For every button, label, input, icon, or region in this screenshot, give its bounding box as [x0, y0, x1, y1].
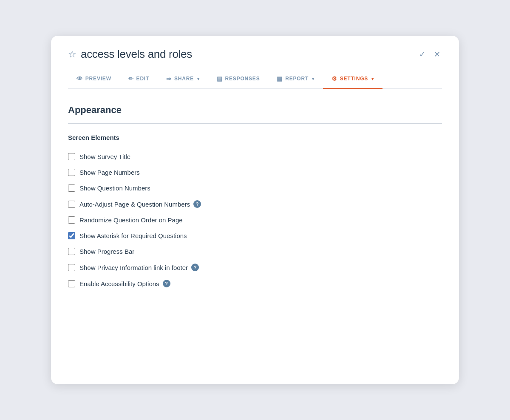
checkbox-item: Randomize Question Order on Page	[68, 212, 442, 228]
title-left: ☆ access levels and roles	[68, 48, 192, 61]
checkbox-show-asterisk[interactable]	[68, 232, 75, 239]
share-dropdown-arrow: ▾	[197, 77, 200, 81]
confirm-button[interactable]: ✓	[417, 48, 427, 61]
label-enable-accessibility[interactable]: Enable Accessibility Options?	[79, 280, 170, 287]
report-label: REPORT	[285, 76, 309, 82]
edit-icon: ✏	[128, 75, 134, 82]
checkbox-item: Show Page Numbers	[68, 165, 442, 180]
label-auto-adjust[interactable]: Auto-Adjust Page & Question Numbers?	[79, 200, 201, 208]
settings-label: SETTINGS	[340, 76, 368, 82]
tab-settings[interactable]: ⚙SETTINGS▾	[323, 69, 382, 89]
section-title: Appearance	[68, 105, 442, 116]
help-icon-show-privacy[interactable]: ?	[191, 264, 199, 271]
title-actions: ✓ ✕	[417, 48, 442, 61]
checkbox-item: Show Privacy Information link in footer?	[68, 259, 442, 275]
settings-icon: ⚙	[332, 75, 337, 82]
share-label: SHARE	[174, 76, 194, 82]
nav-tabs: 👁PREVIEW✏EDIT⇒SHARE▾▤RESPONSES▦REPORT▾⚙S…	[68, 69, 442, 89]
preview-label: PREVIEW	[85, 76, 111, 82]
preview-icon: 👁	[76, 75, 83, 82]
label-randomize-question-order[interactable]: Randomize Question Order on Page	[79, 216, 183, 224]
label-show-survey-title[interactable]: Show Survey Title	[79, 153, 130, 160]
help-icon-auto-adjust[interactable]: ?	[193, 200, 201, 208]
tab-responses[interactable]: ▤RESPONSES	[208, 69, 269, 89]
report-icon: ▦	[277, 75, 283, 82]
checkbox-item: Show Survey Title	[68, 149, 442, 165]
checkbox-enable-accessibility[interactable]	[68, 280, 75, 287]
checkbox-auto-adjust[interactable]	[68, 201, 75, 208]
share-icon: ⇒	[166, 75, 172, 82]
checkbox-show-privacy[interactable]	[68, 264, 75, 271]
tab-report[interactable]: ▦REPORT▾	[268, 69, 323, 89]
card-header: ☆ access levels and roles ✓ ✕ 👁PREVIEW✏E…	[51, 36, 459, 89]
main-card: ☆ access levels and roles ✓ ✕ 👁PREVIEW✏E…	[51, 36, 459, 384]
responses-icon: ▤	[217, 75, 223, 82]
title-row: ☆ access levels and roles ✓ ✕	[68, 48, 442, 61]
help-icon-enable-accessibility[interactable]: ?	[163, 280, 170, 287]
label-show-privacy[interactable]: Show Privacy Information link in footer?	[79, 264, 199, 271]
checkbox-randomize-question-order[interactable]	[68, 216, 75, 224]
card-body: Appearance Screen Elements Show Survey T…	[51, 89, 459, 309]
tab-preview[interactable]: 👁PREVIEW	[68, 69, 120, 89]
checkbox-item: Show Progress Bar	[68, 244, 442, 259]
checkbox-item: Show Question Numbers	[68, 180, 442, 196]
section-divider	[68, 123, 442, 124]
checkbox-item: Show Asterisk for Required Questions	[68, 228, 442, 244]
settings-dropdown-arrow: ▾	[371, 77, 374, 81]
label-show-asterisk[interactable]: Show Asterisk for Required Questions	[79, 232, 187, 239]
checkbox-show-page-numbers[interactable]	[68, 169, 75, 176]
checkbox-show-question-numbers[interactable]	[68, 184, 75, 192]
checkbox-show-survey-title[interactable]	[68, 153, 75, 160]
checkbox-show-progress-bar[interactable]	[68, 248, 75, 255]
subsection-title: Screen Elements	[68, 134, 442, 141]
responses-label: RESPONSES	[225, 76, 260, 82]
checkbox-item: Auto-Adjust Page & Question Numbers?	[68, 196, 442, 212]
star-icon[interactable]: ☆	[68, 49, 76, 60]
close-button[interactable]: ✕	[432, 48, 442, 61]
report-dropdown-arrow: ▾	[312, 77, 314, 81]
tab-edit[interactable]: ✏EDIT	[120, 69, 158, 89]
label-show-question-numbers[interactable]: Show Question Numbers	[79, 184, 150, 192]
edit-label: EDIT	[136, 76, 150, 82]
checkbox-item: Enable Accessibility Options?	[68, 275, 442, 292]
checkbox-list: Show Survey TitleShow Page NumbersShow Q…	[68, 149, 442, 292]
label-show-page-numbers[interactable]: Show Page Numbers	[79, 169, 140, 176]
label-show-progress-bar[interactable]: Show Progress Bar	[79, 248, 134, 255]
survey-title: access levels and roles	[81, 48, 192, 61]
tab-share[interactable]: ⇒SHARE▾	[158, 69, 208, 89]
